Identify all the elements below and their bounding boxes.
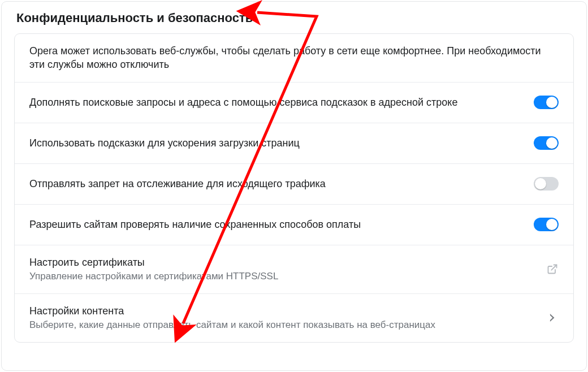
- section-header: Конфиденциальность и безопасность: [2, 2, 586, 33]
- row-subtitle: Выберите, какие данные отправлять сайтам…: [29, 319, 535, 332]
- row-subtitle: Управление настройками и сертификатами H…: [29, 270, 535, 283]
- svg-line-0: [551, 265, 556, 270]
- toggle-payment-methods[interactable]: [534, 218, 559, 231]
- toggle-prefetch[interactable]: [534, 136, 559, 150]
- toggle-do-not-track[interactable]: [534, 177, 559, 191]
- row-prefetch: Использовать подсказки для ускорения заг…: [15, 123, 573, 163]
- row-title: Отправлять запрет на отслеживание для ис…: [29, 177, 522, 191]
- row-title: Настройки контента: [29, 304, 535, 318]
- row-title: Использовать подсказки для ускорения заг…: [29, 136, 522, 150]
- settings-privacy-section: Конфиденциальность и безопасность Opera …: [1, 1, 587, 371]
- row-title: Дополнять поисковые запросы и адреса с п…: [29, 96, 522, 109]
- row-title: Разрешить сайтам проверять наличие сохра…: [29, 218, 522, 231]
- row-do-not-track: Отправлять запрет на отслеживание для ис…: [15, 163, 573, 204]
- intro-text: Opera может использовать веб-службы, что…: [29, 44, 547, 72]
- toggle-autocomplete[interactable]: [534, 96, 559, 109]
- row-title: Настроить сертификаты: [29, 256, 535, 269]
- external-link-icon: [546, 263, 559, 275]
- section-title: Конфиденциальность и безопасность: [16, 11, 572, 25]
- intro-row: Opera может использовать веб-службы, что…: [15, 34, 573, 82]
- row-content-settings[interactable]: Настройки контента Выберите, какие данны…: [15, 293, 573, 342]
- row-payment-methods: Разрешить сайтам проверять наличие сохра…: [15, 204, 573, 245]
- chevron-right-icon: [546, 312, 559, 324]
- row-manage-certificates[interactable]: Настроить сертификаты Управление настрой…: [15, 245, 573, 293]
- settings-panel: Opera может использовать веб-службы, что…: [14, 33, 574, 343]
- row-autocomplete: Дополнять поисковые запросы и адреса с п…: [15, 82, 573, 123]
